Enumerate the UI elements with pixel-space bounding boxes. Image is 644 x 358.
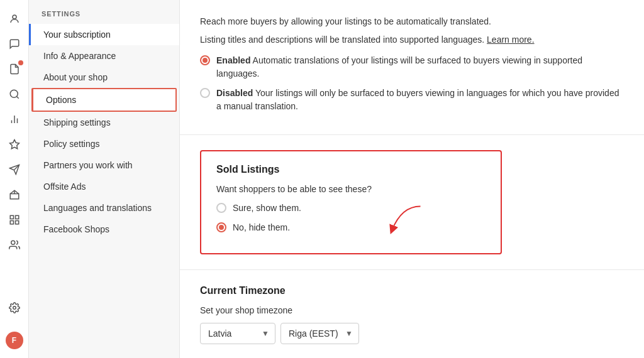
sidebar-item-about-shop[interactable]: About your shop — [29, 67, 179, 88]
icon-search[interactable] — [3, 83, 26, 106]
svg-rect-12 — [15, 221, 18, 224]
svg-rect-10 — [15, 215, 18, 219]
timezone-section: Current Timezone Set your shop timezone … — [180, 270, 644, 358]
sidebar-item-partners[interactable]: Partners you work with — [29, 155, 179, 176]
sidebar-item-policy[interactable]: Policy settings — [29, 133, 179, 155]
timezone-label: Set your shop timezone — [200, 305, 624, 315]
sold-listings-wrapper: Sold Listings Want shoppers to be able t… — [180, 135, 644, 270]
radio-show-label: Sure, show them. — [233, 202, 301, 215]
svg-point-1 — [10, 90, 18, 97]
timezone-title: Current Timezone — [200, 285, 624, 296]
icon-megaphone[interactable] — [3, 158, 26, 181]
translation-radio-group: Enabled Automatic translations of your l… — [200, 54, 624, 113]
tz-select-wrapper: Riga (EEST) ▼ — [280, 323, 359, 344]
sold-listings-box: Sold Listings Want shoppers to be able t… — [200, 150, 502, 254]
radio-enabled-circle[interactable] — [200, 55, 210, 65]
svg-rect-11 — [10, 221, 13, 224]
radio-disabled-circle[interactable] — [200, 88, 210, 98]
sold-listings-show[interactable]: Sure, show them. — [216, 202, 486, 215]
translation-intro: Reach more buyers by allowing your listi… — [200, 15, 624, 46]
translation-radio-disabled[interactable]: Disabled Your listings will only be surf… — [200, 87, 624, 113]
sidebar-item-subscription[interactable]: Your subscription — [29, 24, 179, 45]
sidebar-heading: SETTINGS — [29, 10, 179, 24]
svg-point-14 — [13, 306, 16, 310]
radio-show-circle[interactable] — [216, 203, 226, 213]
icon-person[interactable] — [3, 8, 26, 30]
user-avatar[interactable]: F — [3, 329, 26, 352]
translation-radio-enabled[interactable]: Enabled Automatic translations of your l… — [200, 54, 624, 80]
svg-point-0 — [13, 15, 16, 19]
sold-listings-question: Want shoppers to be able to see these? — [216, 184, 486, 194]
sold-listings-hide[interactable]: No, hide them. — [216, 221, 486, 234]
icon-chart[interactable] — [3, 108, 26, 131]
sidebar-item-offsite-ads[interactable]: Offsite Ads — [29, 176, 179, 197]
timezone-selects: Latvia ▼ Riga (EEST) ▼ — [200, 323, 624, 344]
icon-star[interactable] — [3, 133, 26, 156]
settings-sidebar: SETTINGS Your subscription Info & Appear… — [29, 0, 180, 358]
translation-section: Reach more buyers by allowing your listi… — [180, 0, 644, 135]
radio-enabled-label: Enabled Automatic translations of your l… — [216, 54, 624, 80]
icon-bank[interactable] — [3, 183, 26, 206]
radio-hide-label: No, hide them. — [233, 221, 290, 234]
svg-point-13 — [11, 241, 14, 244]
svg-rect-9 — [10, 215, 13, 219]
icon-document[interactable] — [3, 58, 26, 80]
icon-grid[interactable] — [3, 209, 26, 231]
sidebar-item-languages[interactable]: Languages and translations — [29, 197, 179, 219]
sold-listings-title: Sold Listings — [216, 164, 486, 175]
sidebar-item-info-appearance[interactable]: Info & Appearance — [29, 45, 179, 67]
country-select[interactable]: Latvia — [200, 323, 275, 344]
svg-rect-7 — [10, 194, 19, 199]
svg-line-2 — [16, 96, 18, 98]
avatar-letter: F — [6, 332, 23, 349]
icon-gear[interactable] — [3, 296, 26, 319]
sidebar-item-facebook[interactable]: Facebook Shops — [29, 219, 179, 240]
tz-select[interactable]: Riga (EEST) — [280, 323, 359, 344]
radio-hide-circle[interactable] — [216, 222, 226, 232]
sidebar-item-shipping[interactable]: Shipping settings — [29, 112, 179, 133]
svg-marker-6 — [9, 140, 19, 149]
learn-more-link[interactable]: Learn more. — [487, 35, 534, 45]
icon-people[interactable] — [3, 234, 26, 256]
country-select-wrapper: Latvia ▼ — [200, 323, 275, 344]
radio-disabled-label: Disabled Your listings will only be surf… — [216, 87, 624, 113]
sidebar-item-options[interactable]: Options — [31, 88, 177, 112]
translation-intro-text1: Reach more buyers by allowing your listi… — [200, 15, 624, 28]
translation-intro-text2: Listing titles and descriptions will be … — [200, 33, 624, 46]
sold-listings-radio-group: Sure, show them. No, hide them. — [216, 202, 486, 234]
icon-message[interactable] — [3, 33, 26, 55]
main-content: Reach more buyers by allowing your listi… — [180, 0, 644, 358]
icon-bar: F — [0, 0, 29, 358]
